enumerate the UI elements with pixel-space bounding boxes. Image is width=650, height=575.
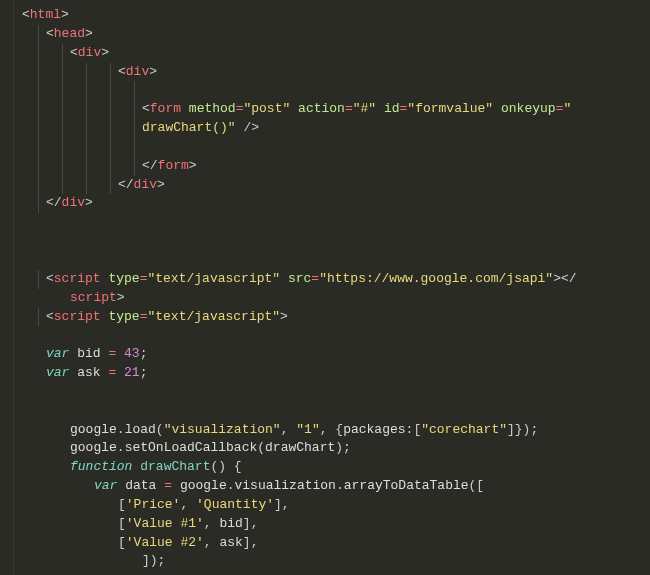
indent-guide xyxy=(134,100,135,119)
code-line[interactable] xyxy=(16,251,577,270)
indent-guide xyxy=(86,119,87,138)
indent-guide xyxy=(110,157,111,176)
code-text: google.load("visualization", "1", {packa… xyxy=(16,421,538,440)
indent-guide xyxy=(134,119,135,138)
indent-guide xyxy=(38,194,39,213)
indent-guide xyxy=(38,63,39,82)
indent-guide xyxy=(38,176,39,195)
indent-guide xyxy=(110,176,111,195)
indent-guide xyxy=(62,63,63,82)
indent-guide xyxy=(62,157,63,176)
code-line[interactable]: <script type="text/javascript" src="http… xyxy=(16,270,577,289)
indent-guide xyxy=(38,81,39,100)
indent-guide xyxy=(110,119,111,138)
code-line[interactable] xyxy=(16,213,577,232)
code-line[interactable] xyxy=(16,138,577,157)
indent-guide xyxy=(86,63,87,82)
code-line[interactable]: script> xyxy=(16,289,577,308)
indent-guide xyxy=(86,176,87,195)
code-line[interactable]: function drawChart() { xyxy=(16,458,577,477)
code-text: script> xyxy=(16,289,125,308)
code-line[interactable]: ]); xyxy=(16,552,577,571)
code-text: var bid = 43; xyxy=(16,345,147,364)
indent-guide xyxy=(86,100,87,119)
code-line[interactable]: <div> xyxy=(16,63,577,82)
code-line[interactable]: var ask = 21; xyxy=(16,364,577,383)
code-line[interactable]: <form method="post" action="#" id="formv… xyxy=(16,100,577,119)
editor-gutter xyxy=(0,0,14,575)
indent-guide xyxy=(38,157,39,176)
code-text: <script type="text/javascript"> xyxy=(16,308,288,327)
code-line[interactable]: drawChart()" /> xyxy=(16,119,577,138)
indent-guide xyxy=(86,81,87,100)
indent-guide xyxy=(110,100,111,119)
code-line[interactable] xyxy=(16,326,577,345)
code-line[interactable]: ['Price', 'Quantity'], xyxy=(16,496,577,515)
indent-guide xyxy=(134,157,135,176)
code-text: <head> xyxy=(16,25,93,44)
indent-guide xyxy=(38,138,39,157)
code-line[interactable]: ['Value #1', bid], xyxy=(16,515,577,534)
code-line[interactable]: ['Value #2', ask], xyxy=(16,534,577,553)
code-text: drawChart()" /> xyxy=(16,119,259,138)
indent-guide xyxy=(62,176,63,195)
indent-guide xyxy=(38,270,39,289)
code-text: ['Value #2', ask], xyxy=(16,534,258,553)
code-line[interactable] xyxy=(16,383,577,402)
code-line[interactable]: <html> xyxy=(16,6,577,25)
code-text: var data = google.visualization.arrayToD… xyxy=(16,477,484,496)
code-line[interactable]: </form> xyxy=(16,157,577,176)
code-line[interactable]: <script type="text/javascript"> xyxy=(16,308,577,327)
code-text: google.setOnLoadCallback(drawChart); xyxy=(16,439,351,458)
code-line[interactable] xyxy=(16,232,577,251)
indent-guide xyxy=(38,25,39,44)
code-line[interactable]: <head> xyxy=(16,25,577,44)
code-text: </div> xyxy=(16,194,93,213)
code-text: <form method="post" action="#" id="formv… xyxy=(16,100,571,119)
code-text: ['Value #1', bid], xyxy=(16,515,258,534)
indent-guide xyxy=(38,308,39,327)
code-line[interactable] xyxy=(16,81,577,100)
indent-guide xyxy=(134,138,135,157)
code-line[interactable]: var data = google.visualization.arrayToD… xyxy=(16,477,577,496)
indent-guide xyxy=(110,138,111,157)
indent-guide xyxy=(62,100,63,119)
code-text: function drawChart() { xyxy=(16,458,242,477)
indent-guide xyxy=(38,44,39,63)
code-line[interactable]: google.load("visualization", "1", {packa… xyxy=(16,421,577,440)
indent-guide xyxy=(62,81,63,100)
indent-guide xyxy=(110,81,111,100)
code-text: </form> xyxy=(16,157,197,176)
code-line[interactable]: </div> xyxy=(16,194,577,213)
code-line[interactable]: </div> xyxy=(16,176,577,195)
indent-guide xyxy=(62,119,63,138)
code-text: ['Price', 'Quantity'], xyxy=(16,496,290,515)
code-editor[interactable]: <html><head><div><div><form method="post… xyxy=(0,0,650,575)
code-area[interactable]: <html><head><div><div><form method="post… xyxy=(14,0,577,575)
code-text: var ask = 21; xyxy=(16,364,147,383)
indent-guide xyxy=(134,81,135,100)
code-text: <script type="text/javascript" src="http… xyxy=(16,270,577,289)
code-text: <html> xyxy=(16,6,69,25)
code-line[interactable]: var bid = 43; xyxy=(16,345,577,364)
indent-guide xyxy=(86,138,87,157)
indent-guide xyxy=(110,63,111,82)
indent-guide xyxy=(38,119,39,138)
code-line[interactable]: google.setOnLoadCallback(drawChart); xyxy=(16,439,577,458)
indent-guide xyxy=(86,157,87,176)
code-line[interactable] xyxy=(16,402,577,421)
code-text: ]); xyxy=(16,552,165,571)
code-line[interactable]: <div> xyxy=(16,44,577,63)
indent-guide xyxy=(62,44,63,63)
indent-guide xyxy=(38,100,39,119)
indent-guide xyxy=(62,138,63,157)
